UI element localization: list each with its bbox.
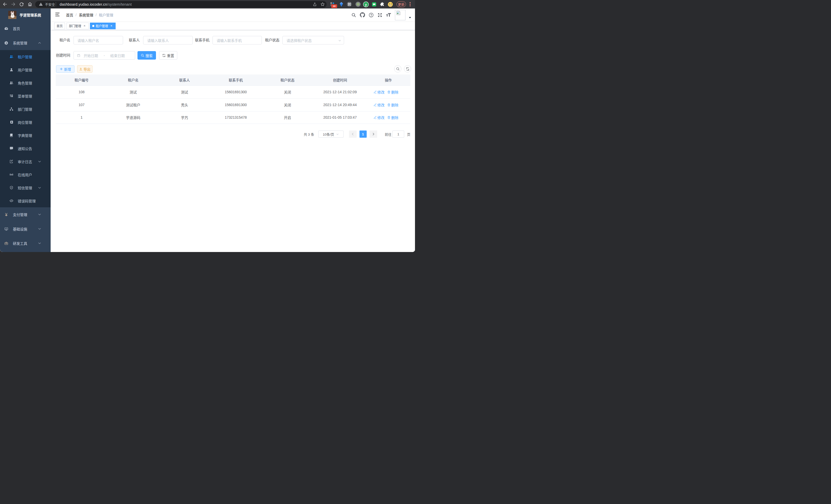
- svg-text:y: y: [365, 2, 367, 6]
